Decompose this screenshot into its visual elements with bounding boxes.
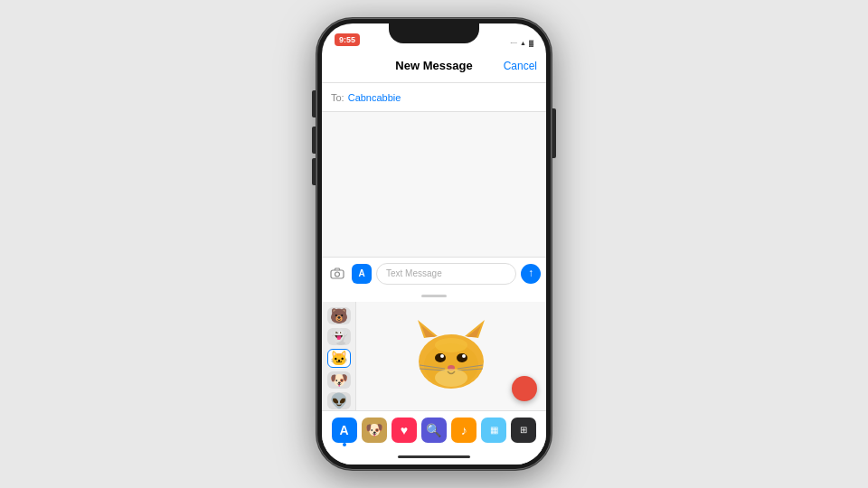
svg-point-11 xyxy=(440,354,444,358)
phone-outer: 9:55 ···· ▲ ▓ New Message Cancel To: Cab… xyxy=(316,18,552,470)
svg-point-10 xyxy=(457,353,467,362)
send-arrow-icon: ↑ xyxy=(528,267,533,278)
battery-icon: ▓ xyxy=(529,40,533,46)
dock-appstore-icon[interactable]: A xyxy=(332,418,357,443)
nav-title: New Message xyxy=(395,59,472,72)
nav-bar: New Message Cancel xyxy=(322,49,546,83)
app-dock: A 🐶 ♥ 🔍 ♪ ▦ ⊞ xyxy=(322,410,546,448)
animoji-sidebar: 🐻 👻 🐱 🐶 👽 xyxy=(322,302,356,410)
send-button[interactable]: ↑ xyxy=(521,264,541,284)
animoji-dog-thumb[interactable]: 🐶 xyxy=(327,371,351,389)
app-store-icon: A xyxy=(358,268,364,278)
wifi-icon: ▲ xyxy=(520,40,526,46)
input-bar: A Text Message ↑ xyxy=(322,257,546,289)
svg-point-18 xyxy=(435,369,467,387)
to-field: To: Cabncabbie xyxy=(322,83,546,112)
heart-symbol: ♥ xyxy=(401,423,408,437)
dock-dog-icon[interactable]: 🐶 xyxy=(362,418,387,443)
dock-tv-icon[interactable]: ▦ xyxy=(481,418,506,443)
extra-symbol: ⊞ xyxy=(520,425,527,435)
dock-search-icon[interactable]: 🔍 xyxy=(421,418,447,443)
drag-indicator xyxy=(322,289,546,302)
dock-appstore-letter: A xyxy=(340,423,349,437)
signal-icon: ···· xyxy=(510,40,517,46)
dock-heart-icon[interactable]: ♥ xyxy=(392,418,417,443)
app-store-button[interactable]: A xyxy=(352,264,372,284)
svg-point-12 xyxy=(462,354,466,358)
cat-face xyxy=(410,320,492,392)
drag-pill xyxy=(421,295,447,297)
animoji-main xyxy=(356,302,546,410)
camera-button[interactable] xyxy=(327,264,347,284)
animoji-ghost-thumb[interactable]: 👻 xyxy=(327,328,351,345)
home-indicator xyxy=(322,448,546,465)
to-contact[interactable]: Cabncabbie xyxy=(348,92,401,103)
tv-symbol: ▦ xyxy=(490,425,498,435)
notch xyxy=(389,23,479,43)
svg-point-9 xyxy=(435,353,446,362)
search-symbol: 🔍 xyxy=(426,423,441,437)
animoji-panel: 🐻 👻 🐱 🐶 👽 xyxy=(322,302,546,410)
svg-point-8 xyxy=(435,338,467,352)
cancel-button[interactable]: Cancel xyxy=(504,60,537,72)
text-input[interactable]: Text Message xyxy=(376,263,516,285)
svg-point-1 xyxy=(335,272,340,277)
music-symbol: ♪ xyxy=(461,423,467,437)
dock-music-icon[interactable]: ♪ xyxy=(451,418,476,443)
message-area xyxy=(322,112,546,257)
status-time: 9:55 xyxy=(335,33,360,46)
dock-extra-icon[interactable]: ⊞ xyxy=(511,418,536,443)
text-input-placeholder: Text Message xyxy=(386,268,442,278)
animoji-bear-thumb[interactable]: 🐻 xyxy=(327,307,351,324)
phone-screen: 9:55 ···· ▲ ▓ New Message Cancel To: Cab… xyxy=(322,23,546,465)
status-icons: ···· ▲ ▓ xyxy=(510,40,533,46)
animoji-alien-thumb[interactable]: 👽 xyxy=(327,392,351,409)
home-bar xyxy=(398,455,470,458)
animoji-cat-thumb[interactable]: 🐱 xyxy=(327,349,351,368)
to-label: To: xyxy=(331,92,344,103)
record-button[interactable] xyxy=(512,376,537,401)
svg-rect-0 xyxy=(331,270,344,278)
